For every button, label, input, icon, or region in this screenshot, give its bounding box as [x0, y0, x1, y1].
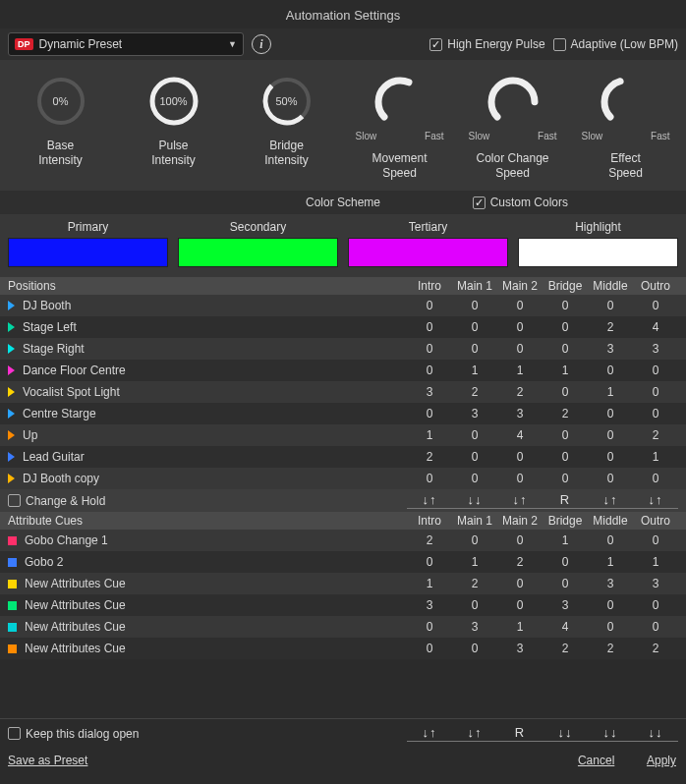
cell-value[interactable]: 0: [543, 385, 588, 399]
sort-arrow-button[interactable]: ↓↑: [588, 492, 633, 509]
sort-arrow-button[interactable]: ↓↑: [407, 725, 452, 742]
cell-value[interactable]: 1: [452, 555, 497, 569]
cell-value[interactable]: 0: [452, 320, 497, 334]
table-row[interactable]: Up104002: [0, 424, 686, 446]
cell-value[interactable]: 3: [407, 385, 452, 399]
cell-value[interactable]: 0: [497, 472, 543, 485]
cell-value[interactable]: 2: [543, 642, 588, 655]
preset-dropdown[interactable]: DP Dynamic Preset ▼: [8, 32, 244, 56]
highlight-swatch[interactable]: [518, 238, 678, 267]
cell-value[interactable]: 0: [497, 342, 543, 356]
change-hold-checkbox[interactable]: Change & Hold: [8, 494, 105, 508]
table-row[interactable]: Stage Right000033: [0, 338, 686, 360]
cell-value[interactable]: 0: [588, 407, 633, 420]
cell-value[interactable]: 4: [543, 620, 588, 634]
cell-value[interactable]: 0: [407, 364, 452, 377]
cell-value[interactable]: 0: [407, 620, 452, 634]
info-icon[interactable]: i: [252, 34, 271, 54]
cell-value[interactable]: 3: [633, 342, 678, 356]
cell-value[interactable]: 0: [543, 320, 588, 334]
cell-value[interactable]: 1: [633, 555, 678, 569]
table-row[interactable]: New Attributes Cue031400: [0, 616, 686, 638]
cell-value[interactable]: 0: [588, 428, 633, 442]
cell-value[interactable]: 4: [633, 320, 678, 334]
sort-arrow-button[interactable]: ↓↓: [633, 725, 678, 742]
cell-value[interactable]: 1: [588, 385, 633, 399]
sort-arrow-button[interactable]: ↓↑: [497, 492, 543, 509]
cell-value[interactable]: 0: [588, 620, 633, 634]
cell-value[interactable]: 2: [497, 385, 543, 399]
cell-value[interactable]: 1: [407, 428, 452, 442]
cell-value[interactable]: 2: [452, 577, 497, 590]
cell-value[interactable]: 0: [452, 598, 497, 612]
cell-value[interactable]: 0: [588, 472, 633, 485]
cell-value[interactable]: 0: [452, 342, 497, 356]
cell-value[interactable]: 3: [407, 598, 452, 612]
dial-bridge-intensity[interactable]: 50% BridgeIntensity: [233, 74, 341, 181]
sort-arrow-button[interactable]: R: [497, 725, 543, 742]
cell-value[interactable]: 0: [543, 450, 588, 464]
sort-arrow-button[interactable]: ↓↑: [633, 492, 678, 509]
cell-value[interactable]: 3: [497, 642, 543, 655]
table-row[interactable]: New Attributes Cue003222: [0, 638, 686, 659]
sort-arrow-button[interactable]: ↓↑: [452, 725, 497, 742]
cell-value[interactable]: 4: [497, 428, 543, 442]
adaptive-checkbox[interactable]: Adaptive (Low BPM): [553, 37, 678, 51]
cell-value[interactable]: 0: [497, 533, 543, 547]
cell-value[interactable]: 0: [633, 364, 678, 377]
cell-value[interactable]: 2: [497, 555, 543, 569]
table-row[interactable]: Stage Left000024: [0, 316, 686, 338]
table-row[interactable]: DJ Booth copy000000: [0, 468, 686, 489]
cell-value[interactable]: 0: [452, 299, 497, 312]
table-row[interactable]: Vocalist Spot Light322010: [0, 381, 686, 403]
cell-value[interactable]: 2: [407, 450, 452, 464]
cell-value[interactable]: 0: [588, 598, 633, 612]
table-row[interactable]: Gobo 2012011: [0, 551, 686, 573]
cell-value[interactable]: 0: [497, 577, 543, 590]
cell-value[interactable]: 0: [407, 299, 452, 312]
cell-value[interactable]: 0: [452, 642, 497, 655]
cell-value[interactable]: 3: [497, 407, 543, 420]
cell-value[interactable]: 0: [543, 472, 588, 485]
dial-effect-speed[interactable]: Slow Fast EffectSpeed: [572, 74, 680, 181]
cell-value[interactable]: 0: [452, 428, 497, 442]
cell-value[interactable]: 2: [407, 533, 452, 547]
keep-open-checkbox[interactable]: Keep this dialog open: [8, 727, 139, 741]
table-row[interactable]: Centre Starge033200: [0, 403, 686, 424]
cell-value[interactable]: 1: [543, 533, 588, 547]
cell-value[interactable]: 0: [588, 533, 633, 547]
sort-arrow-button[interactable]: ↓↓: [543, 725, 588, 742]
apply-button[interactable]: Apply: [647, 754, 676, 767]
dial-movement-speed[interactable]: Slow Fast MovementSpeed: [346, 74, 454, 181]
cell-value[interactable]: 0: [407, 472, 452, 485]
cell-value[interactable]: 0: [452, 533, 497, 547]
table-row[interactable]: DJ Booth000000: [0, 295, 686, 316]
cell-value[interactable]: 0: [407, 320, 452, 334]
cell-value[interactable]: 1: [588, 555, 633, 569]
cell-value[interactable]: 1: [633, 450, 678, 464]
cell-value[interactable]: 0: [497, 598, 543, 612]
cell-value[interactable]: 0: [588, 299, 633, 312]
cell-value[interactable]: 0: [543, 342, 588, 356]
cell-value[interactable]: 1: [452, 364, 497, 377]
cell-value[interactable]: 0: [407, 555, 452, 569]
table-row[interactable]: New Attributes Cue120033: [0, 573, 686, 594]
cell-value[interactable]: 0: [497, 299, 543, 312]
cell-value[interactable]: 0: [633, 385, 678, 399]
dial-base-intensity[interactable]: 0% BaseIntensity: [7, 74, 115, 181]
cell-value[interactable]: 0: [452, 472, 497, 485]
cell-value[interactable]: 1: [407, 577, 452, 590]
save-preset-link[interactable]: Save as Preset: [8, 754, 87, 767]
cell-value[interactable]: 0: [633, 299, 678, 312]
primary-swatch[interactable]: [8, 238, 168, 267]
high-energy-checkbox[interactable]: High Energy Pulse: [429, 37, 544, 51]
cell-value[interactable]: 2: [543, 407, 588, 420]
cell-value[interactable]: 0: [588, 450, 633, 464]
cell-value[interactable]: 0: [497, 320, 543, 334]
cell-value[interactable]: 0: [407, 407, 452, 420]
cell-value[interactable]: 1: [497, 364, 543, 377]
cell-value[interactable]: 0: [543, 577, 588, 590]
cell-value[interactable]: 3: [452, 407, 497, 420]
cell-value[interactable]: 3: [633, 577, 678, 590]
cell-value[interactable]: 2: [588, 642, 633, 655]
